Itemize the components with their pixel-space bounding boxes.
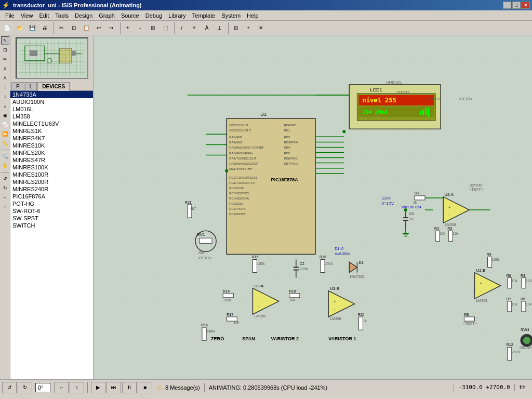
net-label-tool[interactable]: A xyxy=(1,74,9,82)
svg-text:PIC16F876A: PIC16F876A xyxy=(271,177,299,182)
text-tool[interactable]: T xyxy=(1,83,9,91)
ground-tool[interactable]: ⏚ xyxy=(1,102,9,110)
device-item-sw-spst[interactable]: SW-SPST xyxy=(10,215,93,222)
menu-item-template[interactable]: Template xyxy=(189,11,219,20)
menu-item-debug[interactable]: Debug xyxy=(142,11,165,20)
device-item-minres20k[interactable]: MINRES20K xyxy=(10,149,93,156)
svg-text:MCLR/VPP/THV: MCLR/VPP/THV xyxy=(229,167,252,170)
menu-item-library[interactable]: Library xyxy=(165,11,189,20)
device-item-lm016l[interactable]: LM016L xyxy=(10,105,93,113)
measure-tool[interactable]: 📏 xyxy=(1,139,9,148)
svg-text:100k: 100k xyxy=(492,258,500,261)
menu-item-file[interactable]: File xyxy=(2,11,18,20)
rotate-right-button[interactable]: ↻ xyxy=(18,382,32,393)
svg-point-190 xyxy=(404,208,407,211)
maximize-button[interactable]: □ xyxy=(512,2,521,9)
device-item-minres10k[interactable]: MINRES10K xyxy=(10,142,93,149)
copy-toolbar-button[interactable]: ⊡ xyxy=(68,22,79,34)
open-toolbar-button[interactable]: 📂 xyxy=(14,22,25,34)
graph-tool[interactable]: 📈 xyxy=(1,121,9,129)
zoom-out-toolbar-button[interactable]: - xyxy=(135,22,146,34)
power-toolbar-button[interactable]: ⊥ xyxy=(214,22,225,34)
svg-text:U3:A: U3:A xyxy=(254,284,263,288)
undo-toolbar-button[interactable]: ↩ xyxy=(93,22,104,34)
power-tool[interactable]: ⊥ xyxy=(1,92,9,101)
save-toolbar-button[interactable]: 💾 xyxy=(26,22,38,34)
flip-horizontal-button[interactable]: ↔ xyxy=(54,382,69,393)
menu-item-edit[interactable]: Edit xyxy=(36,11,52,20)
menu-item-source[interactable]: Source xyxy=(118,11,142,20)
device-item-minres1k[interactable]: MINRES1K xyxy=(10,127,93,135)
tab-p[interactable]: P xyxy=(11,82,24,90)
circuit-schematic[interactable]: U1 OSC1/CLKIN OSC2/CLKOUT RA0/AN0 RA1/AN… xyxy=(94,35,532,379)
svg-text:VARISTOR 2: VARISTOR 2 xyxy=(271,336,299,341)
menu-item-view[interactable]: View xyxy=(18,11,36,20)
menu-item-tools[interactable]: Tools xyxy=(52,11,72,20)
step-button[interactable]: ⏭ xyxy=(107,382,121,393)
device-item-sw-rot-6[interactable]: SW-ROT-6 xyxy=(10,207,93,215)
close-button[interactable]: ✕ xyxy=(522,2,530,9)
flip-vertical-button[interactable]: ↕ xyxy=(70,382,84,393)
device-item-minres47r[interactable]: MINRES47R xyxy=(10,156,93,164)
device-item-1n4733a[interactable]: 1N4733A xyxy=(10,91,93,98)
tape-tool[interactable]: ⏩ xyxy=(1,130,9,138)
zoom-in-toolbar-button[interactable]: + xyxy=(122,22,134,34)
device-item-audio100n[interactable]: AUDIO100N xyxy=(10,98,93,105)
pan-tool[interactable]: ✋ xyxy=(1,162,9,170)
paste-toolbar-button[interactable]: 📋 xyxy=(81,22,92,34)
flip-v-tool[interactable]: ↕ xyxy=(1,203,9,211)
menu-item-design[interactable]: Design xyxy=(72,11,96,20)
wire-toolbar-button[interactable]: / xyxy=(176,22,188,34)
canvas-area[interactable]: U1 OSC1/CLKIN OSC2/CLKOUT RA0/AN0 RA1/AN… xyxy=(94,35,532,379)
label-toolbar-button[interactable]: A xyxy=(201,22,212,34)
menu-item-system[interactable]: System xyxy=(218,11,244,20)
svg-text:250R: 250R xyxy=(512,350,521,354)
wire-tool[interactable]: ✏ xyxy=(1,55,9,63)
menu-item-graph[interactable]: Graph xyxy=(96,11,118,20)
flip-h-tool[interactable]: ↔ xyxy=(1,193,9,202)
tab-devices[interactable]: DEVICES xyxy=(37,82,70,91)
rotate-right-tool[interactable]: ↻ xyxy=(1,184,9,192)
device-item-minres200r[interactable]: MINRES200R xyxy=(10,178,93,185)
device-item-switch[interactable]: SWITCH xyxy=(10,222,93,229)
svg-text:LM358: LM358 xyxy=(330,317,341,321)
svg-text:ZERO: ZERO xyxy=(211,336,224,341)
redo-toolbar-button[interactable]: ↪ xyxy=(105,22,117,34)
cut-toolbar-button[interactable]: ✂ xyxy=(56,22,67,34)
rotate-left-tool[interactable]: ↺ xyxy=(1,175,9,183)
select-tool[interactable]: ↖ xyxy=(1,36,9,45)
menu-item-help[interactable]: Help xyxy=(244,11,262,20)
svg-text:R17: R17 xyxy=(227,313,233,316)
device-item-pic16f876a[interactable]: PIC16F876A xyxy=(10,193,93,200)
svg-rect-49 xyxy=(420,111,421,115)
print-toolbar-button[interactable]: 🖨 xyxy=(39,22,50,34)
device-item-minelect1u63v[interactable]: MINELECT1U63V xyxy=(10,120,93,127)
device-item-minres100k[interactable]: MINRES100K xyxy=(10,164,93,171)
device-item-minres4k7[interactable]: MINRES4K7 xyxy=(10,135,93,142)
fit-all-toolbar-button[interactable]: ⊞ xyxy=(147,22,158,34)
pause-button[interactable]: ⏸ xyxy=(122,382,137,393)
menu-bar: FileViewEditToolsDesignGraphSourceDebugL… xyxy=(0,10,532,21)
device-item-minres100r[interactable]: MINRES100R xyxy=(10,171,93,178)
zoom-tool[interactable]: 🔍 xyxy=(1,152,9,161)
device-item-pot-hg[interactable]: POT-HG xyxy=(10,200,93,207)
bus-toolbar-button[interactable]: ≡ xyxy=(189,22,200,34)
new-sheet-toolbar-button[interactable]: + xyxy=(243,22,254,34)
play-button[interactable]: ▶ xyxy=(91,382,105,393)
zoom-area-toolbar-button[interactable]: ⬚ xyxy=(159,22,171,34)
new-toolbar-button[interactable]: 📄 xyxy=(2,22,13,34)
device-item-minres240r[interactable]: MINRES240R xyxy=(10,185,93,193)
svg-rect-74 xyxy=(415,196,425,200)
svg-text:RB3/PGM: RB3/PGM xyxy=(284,141,298,144)
stop-button[interactable]: ■ xyxy=(138,382,152,393)
bus-tool[interactable]: ≡ xyxy=(1,64,9,73)
svg-text:R14: R14 xyxy=(223,289,230,293)
probe-tool[interactable]: ◉ xyxy=(1,111,9,119)
minimize-button[interactable]: _ xyxy=(503,2,511,9)
component-tool[interactable]: ⊡ xyxy=(1,46,9,54)
delete-toolbar-button[interactable]: ✕ xyxy=(255,22,267,34)
device-item-lm358[interactable]: LM358 xyxy=(10,113,93,120)
tab-l[interactable]: L xyxy=(25,82,37,90)
property-toolbar-button[interactable]: ⊟ xyxy=(230,22,242,34)
rotate-left-button[interactable]: ↺ xyxy=(2,382,17,393)
